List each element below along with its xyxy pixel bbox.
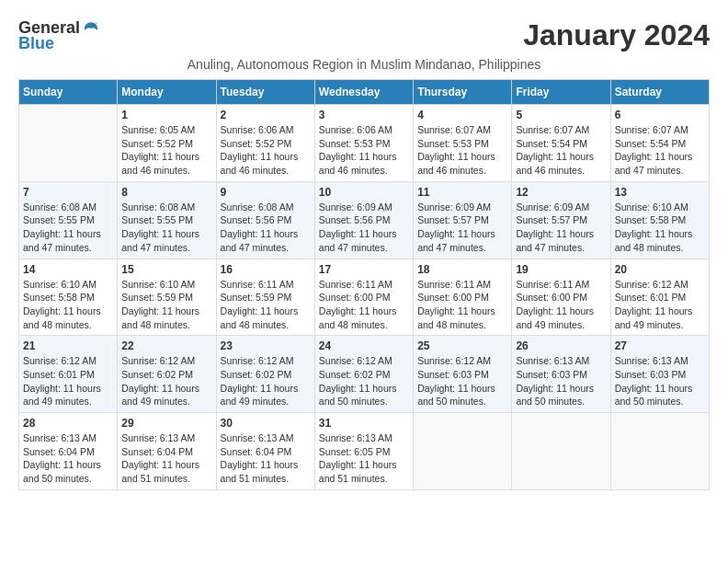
calendar-cell: 18Sunrise: 6:11 AMSunset: 6:00 PMDayligh… bbox=[414, 259, 512, 336]
day-number: 14 bbox=[23, 263, 113, 276]
day-info: Sunrise: 6:10 AMSunset: 5:59 PMDaylight:… bbox=[121, 278, 211, 332]
weekday-header-monday: Monday bbox=[118, 80, 216, 105]
day-info: Sunrise: 6:09 AMSunset: 5:56 PMDaylight:… bbox=[319, 201, 409, 255]
day-info: Sunrise: 6:07 AMSunset: 5:54 PMDaylight:… bbox=[516, 123, 606, 178]
day-info: Sunrise: 6:08 AMSunset: 5:55 PMDaylight:… bbox=[121, 201, 211, 255]
day-info: Sunrise: 6:13 AMSunset: 6:04 PMDaylight:… bbox=[23, 431, 113, 486]
day-number: 1 bbox=[121, 109, 211, 121]
day-number: 3 bbox=[319, 109, 409, 121]
day-number: 30 bbox=[221, 417, 311, 430]
calendar-cell: 22Sunrise: 6:12 AMSunset: 6:02 PMDayligh… bbox=[118, 336, 216, 413]
calendar-table: SundayMondayTuesdayWednesdayThursdayFrid… bbox=[18, 79, 710, 490]
calendar-cell: 29Sunrise: 6:13 AMSunset: 6:04 PMDayligh… bbox=[118, 413, 216, 490]
day-info: Sunrise: 6:09 AMSunset: 5:57 PMDaylight:… bbox=[516, 201, 606, 255]
day-number: 24 bbox=[319, 339, 409, 352]
weekday-header-friday: Friday bbox=[512, 80, 610, 105]
weekday-header-sunday: Sunday bbox=[19, 80, 118, 105]
calendar-cell: 27Sunrise: 6:13 AMSunset: 6:03 PMDayligh… bbox=[610, 336, 709, 413]
weekday-header-wednesday: Wednesday bbox=[314, 80, 413, 105]
day-info: Sunrise: 6:13 AMSunset: 6:04 PMDaylight:… bbox=[121, 431, 211, 486]
calendar-week-row: 21Sunrise: 6:12 AMSunset: 6:01 PMDayligh… bbox=[19, 336, 710, 413]
day-info: Sunrise: 6:12 AMSunset: 6:01 PMDaylight:… bbox=[23, 354, 113, 408]
day-number: 2 bbox=[221, 109, 311, 121]
day-info: Sunrise: 6:13 AMSunset: 6:03 PMDaylight:… bbox=[615, 354, 705, 408]
calendar-cell: 1Sunrise: 6:05 AMSunset: 5:52 PMDaylight… bbox=[118, 105, 216, 182]
day-number: 13 bbox=[615, 186, 705, 199]
weekday-header-tuesday: Tuesday bbox=[216, 80, 314, 105]
calendar-cell: 15Sunrise: 6:10 AMSunset: 5:59 PMDayligh… bbox=[118, 259, 216, 336]
calendar-cell: 28Sunrise: 6:13 AMSunset: 6:04 PMDayligh… bbox=[19, 413, 118, 490]
calendar-cell: 31Sunrise: 6:13 AMSunset: 6:05 PMDayligh… bbox=[314, 413, 413, 490]
day-number: 8 bbox=[121, 186, 211, 199]
calendar-cell: 21Sunrise: 6:12 AMSunset: 6:01 PMDayligh… bbox=[19, 336, 118, 413]
calendar-cell: 16Sunrise: 6:11 AMSunset: 5:59 PMDayligh… bbox=[216, 259, 314, 336]
calendar-cell: 12Sunrise: 6:09 AMSunset: 5:57 PMDayligh… bbox=[512, 181, 610, 259]
day-info: Sunrise: 6:12 AMSunset: 6:02 PMDaylight:… bbox=[121, 354, 211, 408]
calendar-cell: 8Sunrise: 6:08 AMSunset: 5:55 PMDaylight… bbox=[118, 181, 216, 259]
day-info: Sunrise: 6:13 AMSunset: 6:04 PMDaylight:… bbox=[221, 431, 311, 486]
day-info: Sunrise: 6:07 AMSunset: 5:54 PMDaylight:… bbox=[615, 123, 705, 178]
calendar-cell: 20Sunrise: 6:12 AMSunset: 6:01 PMDayligh… bbox=[610, 259, 709, 336]
day-number: 31 bbox=[319, 417, 409, 430]
calendar-cell: 9Sunrise: 6:08 AMSunset: 5:56 PMDaylight… bbox=[216, 181, 314, 259]
month-title: January 2024 bbox=[523, 18, 710, 52]
day-number: 16 bbox=[221, 263, 311, 276]
day-number: 19 bbox=[516, 263, 606, 276]
calendar-week-row: 1Sunrise: 6:05 AMSunset: 5:52 PMDaylight… bbox=[19, 105, 710, 182]
day-info: Sunrise: 6:12 AMSunset: 6:02 PMDaylight:… bbox=[319, 354, 409, 408]
calendar-cell: 5Sunrise: 6:07 AMSunset: 5:54 PMDaylight… bbox=[512, 105, 610, 182]
calendar-week-row: 7Sunrise: 6:08 AMSunset: 5:55 PMDaylight… bbox=[19, 181, 710, 259]
day-number: 27 bbox=[615, 339, 705, 352]
day-info: Sunrise: 6:12 AMSunset: 6:03 PMDaylight:… bbox=[417, 354, 507, 408]
calendar-subtitle: Anuling, Autonomous Region in Muslim Min… bbox=[18, 57, 710, 72]
day-number: 9 bbox=[221, 186, 311, 199]
day-number: 29 bbox=[121, 417, 211, 430]
calendar-cell bbox=[610, 413, 709, 490]
day-info: Sunrise: 6:09 AMSunset: 5:57 PMDaylight:… bbox=[417, 201, 507, 255]
day-number: 18 bbox=[417, 263, 507, 276]
day-info: Sunrise: 6:08 AMSunset: 5:56 PMDaylight:… bbox=[221, 201, 311, 255]
day-info: Sunrise: 6:05 AMSunset: 5:52 PMDaylight:… bbox=[121, 123, 211, 178]
page-header: General Blue January 2024 bbox=[18, 18, 710, 53]
day-number: 21 bbox=[23, 339, 113, 352]
day-info: Sunrise: 6:12 AMSunset: 6:02 PMDaylight:… bbox=[221, 354, 311, 408]
calendar-cell: 2Sunrise: 6:06 AMSunset: 5:52 PMDaylight… bbox=[216, 105, 314, 182]
day-number: 23 bbox=[221, 339, 311, 352]
day-number: 10 bbox=[319, 186, 409, 199]
calendar-cell: 26Sunrise: 6:13 AMSunset: 6:03 PMDayligh… bbox=[512, 336, 610, 413]
day-number: 11 bbox=[417, 186, 507, 199]
calendar-cell: 19Sunrise: 6:11 AMSunset: 6:00 PMDayligh… bbox=[512, 259, 610, 336]
calendar-cell: 6Sunrise: 6:07 AMSunset: 5:54 PMDaylight… bbox=[610, 105, 709, 182]
day-number: 26 bbox=[516, 339, 606, 352]
day-number: 5 bbox=[516, 109, 606, 121]
weekday-header-thursday: Thursday bbox=[414, 80, 512, 105]
day-info: Sunrise: 6:07 AMSunset: 5:53 PMDaylight:… bbox=[417, 123, 507, 178]
day-info: Sunrise: 6:06 AMSunset: 5:52 PMDaylight:… bbox=[221, 123, 311, 178]
day-number: 22 bbox=[121, 339, 211, 352]
calendar-cell: 10Sunrise: 6:09 AMSunset: 5:56 PMDayligh… bbox=[314, 181, 413, 259]
day-number: 15 bbox=[121, 263, 211, 276]
day-number: 4 bbox=[417, 109, 507, 121]
day-info: Sunrise: 6:11 AMSunset: 5:59 PMDaylight:… bbox=[221, 278, 311, 332]
day-info: Sunrise: 6:13 AMSunset: 6:03 PMDaylight:… bbox=[516, 354, 606, 408]
calendar-cell bbox=[19, 105, 118, 182]
day-number: 28 bbox=[23, 417, 113, 430]
calendar-cell bbox=[414, 413, 512, 490]
calendar-cell: 30Sunrise: 6:13 AMSunset: 6:04 PMDayligh… bbox=[216, 413, 314, 490]
day-number: 25 bbox=[417, 339, 507, 352]
weekday-header-saturday: Saturday bbox=[610, 80, 709, 105]
day-info: Sunrise: 6:11 AMSunset: 6:00 PMDaylight:… bbox=[516, 278, 606, 332]
calendar-cell: 3Sunrise: 6:06 AMSunset: 5:53 PMDaylight… bbox=[314, 105, 413, 182]
day-number: 12 bbox=[516, 186, 606, 199]
calendar-cell: 23Sunrise: 6:12 AMSunset: 6:02 PMDayligh… bbox=[216, 336, 314, 413]
day-info: Sunrise: 6:10 AMSunset: 5:58 PMDaylight:… bbox=[23, 278, 113, 332]
day-info: Sunrise: 6:11 AMSunset: 6:00 PMDaylight:… bbox=[319, 278, 409, 332]
day-info: Sunrise: 6:11 AMSunset: 6:00 PMDaylight:… bbox=[417, 278, 507, 332]
calendar-cell: 14Sunrise: 6:10 AMSunset: 5:58 PMDayligh… bbox=[19, 259, 118, 336]
calendar-cell: 4Sunrise: 6:07 AMSunset: 5:53 PMDaylight… bbox=[414, 105, 512, 182]
day-number: 17 bbox=[319, 263, 409, 276]
calendar-cell: 11Sunrise: 6:09 AMSunset: 5:57 PMDayligh… bbox=[414, 181, 512, 259]
logo: General Blue bbox=[18, 18, 100, 53]
day-number: 6 bbox=[615, 109, 705, 121]
calendar-cell: 24Sunrise: 6:12 AMSunset: 6:02 PMDayligh… bbox=[314, 336, 413, 413]
